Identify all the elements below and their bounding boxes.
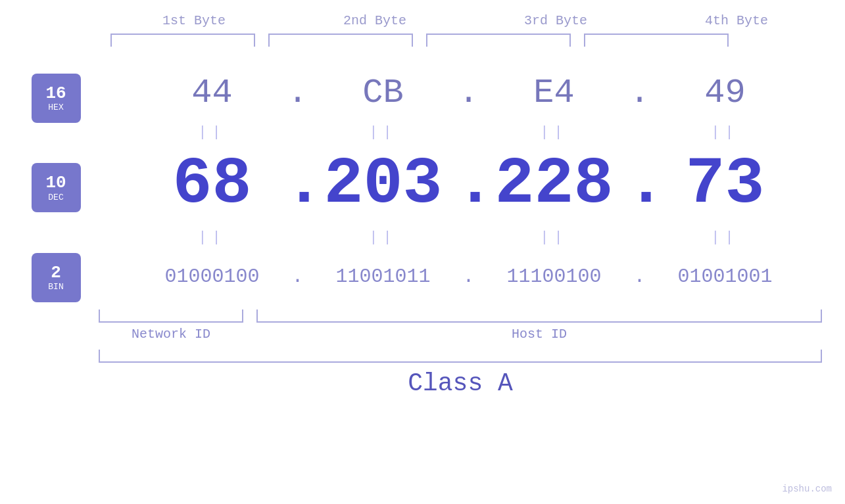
bin-badge-number: 2 [51, 263, 61, 283]
network-bracket [99, 309, 243, 323]
eq-6: || [311, 229, 456, 246]
byte-header-2: 2nd Byte [302, 13, 447, 28]
bottom-brackets-row [99, 309, 822, 323]
bin-byte-2: 11001011 [311, 265, 456, 288]
byte-headers-row: 1st Byte 2nd Byte 3rd Byte 4th Byte [104, 13, 827, 28]
hex-badge-number: 16 [45, 84, 66, 103]
bin-byte-3: 11100100 [482, 265, 627, 288]
top-bracket-4 [584, 34, 729, 47]
dec-byte-1: 68 [140, 152, 285, 218]
dec-byte-2: 203 [311, 152, 456, 218]
full-bottom-bracket [99, 350, 822, 363]
class-label: Class A [99, 369, 822, 398]
bin-row: 01000100 . 11001011 . 11100100 . [92, 250, 845, 303]
dec-badge: 10 DEC [32, 163, 81, 212]
hex-byte-4: 49 [653, 74, 798, 112]
dot-bin-2: . [456, 265, 482, 288]
eq-4: || [653, 124, 798, 141]
top-bracket-3 [426, 34, 571, 47]
dot-bin-3: . [627, 265, 653, 288]
dot-hex-1: . [285, 74, 311, 112]
dot-bin-1: . [285, 265, 311, 288]
hex-byte-1: 44 [140, 74, 285, 112]
badges-column: 16 HEX 10 DEC 2 BIN [0, 66, 92, 303]
dot-hex-3: . [627, 74, 653, 112]
bin-byte-4: 01001001 [653, 265, 798, 288]
top-bracket-2 [268, 34, 413, 47]
dec-badge-number: 10 [45, 173, 66, 193]
byte-header-3: 3rd Byte [483, 13, 628, 28]
bin-badge: 2 BIN [32, 253, 81, 302]
eq-1: || [140, 124, 285, 141]
dot-hex-2: . [456, 74, 482, 112]
host-bracket [256, 309, 822, 323]
equals-row-1: || || || || [92, 119, 845, 145]
rows-area: 16 HEX 10 DEC 2 BIN 44 . [0, 66, 845, 303]
dec-row: 68 . 203 . 228 . 73 [92, 145, 845, 224]
hex-badge: 16 HEX [32, 74, 81, 123]
hex-badge-label: HEX [48, 103, 63, 112]
main-container: 1st Byte 2nd Byte 3rd Byte 4th Byte 16 H… [0, 0, 845, 504]
byte-header-1: 1st Byte [122, 13, 266, 28]
eq-3: || [482, 124, 627, 141]
top-bracket-1 [110, 34, 255, 47]
network-id-label: Network ID [99, 327, 243, 342]
hex-byte-3: E4 [482, 74, 627, 112]
dec-badge-label: DEC [48, 193, 63, 202]
bottom-labels-row: Network ID Host ID [99, 327, 822, 342]
dot-dec-1: . [285, 152, 311, 218]
bin-badge-label: BIN [48, 282, 63, 292]
eq-8: || [653, 229, 798, 246]
host-id-label: Host ID [256, 327, 822, 342]
eq-5: || [140, 229, 285, 246]
equals-row-2: || || || || [92, 224, 845, 250]
dot-dec-3: . [627, 152, 653, 218]
dec-byte-3: 228 [482, 152, 627, 218]
top-brackets [104, 34, 827, 47]
byte-header-4: 4th Byte [664, 13, 809, 28]
bottom-section: Network ID Host ID Class A [0, 309, 845, 398]
values-grid: 44 . CB . E4 . 49 [92, 66, 845, 303]
dec-byte-4: 73 [653, 152, 798, 218]
hex-byte-2: CB [311, 74, 456, 112]
watermark: ipshu.com [782, 484, 832, 494]
hex-row: 44 . CB . E4 . 49 [92, 66, 845, 119]
bin-byte-1: 01000100 [140, 265, 285, 288]
eq-2: || [311, 124, 456, 141]
dot-dec-2: . [456, 152, 482, 218]
eq-7: || [482, 229, 627, 246]
